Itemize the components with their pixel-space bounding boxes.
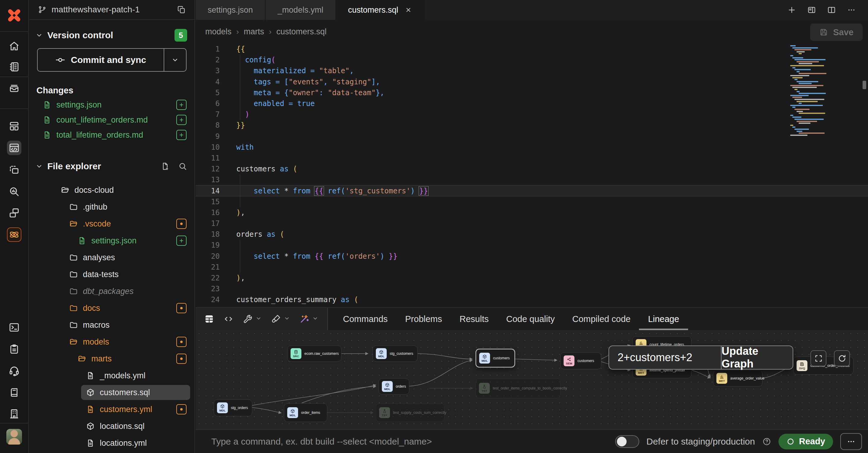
build-tools-icon[interactable] bbox=[243, 314, 262, 324]
dbt-logo-icon[interactable] bbox=[6, 7, 22, 24]
tree-item-.github[interactable]: .github bbox=[29, 198, 194, 215]
inbox-icon[interactable] bbox=[7, 81, 22, 95]
defer-toggle[interactable] bbox=[615, 435, 639, 448]
data-explorer-icon[interactable] bbox=[7, 184, 22, 199]
code-line-24[interactable]: 24customer_orders_summary as ( bbox=[195, 294, 868, 305]
copy-icon[interactable] bbox=[177, 5, 186, 14]
tree-item-models[interactable]: models bbox=[29, 333, 194, 350]
changed-file-row[interactable]: total_lifetime_orders.md+ bbox=[29, 127, 194, 142]
code-line-13[interactable]: 13 bbox=[195, 174, 868, 185]
format-tools-icon[interactable] bbox=[271, 314, 290, 324]
code-line-2[interactable]: 2 config( bbox=[195, 55, 868, 65]
panel-tab-commands[interactable]: Commands bbox=[343, 308, 388, 330]
code-line-16[interactable]: 16), bbox=[195, 207, 868, 218]
panel-tab-problems[interactable]: Problems bbox=[405, 308, 442, 330]
home-icon[interactable] bbox=[7, 39, 22, 53]
tree-item-docs[interactable]: docs bbox=[29, 300, 194, 317]
code-line-4[interactable]: 4 tags = ["events", "staging"], bbox=[195, 76, 868, 87]
changed-file-row[interactable]: count_lifetime_orders.md+ bbox=[29, 112, 194, 127]
panel-tab-results[interactable]: Results bbox=[460, 308, 489, 330]
ai-tools-icon[interactable] bbox=[299, 314, 318, 324]
code-view-icon[interactable] bbox=[223, 314, 234, 324]
breadcrumb-item[interactable]: models bbox=[205, 27, 231, 36]
tab-_models.yml[interactable]: _models.yml bbox=[266, 0, 336, 20]
lineage-node-orders[interactable]: MDLorders bbox=[378, 378, 409, 395]
tree-item-macros[interactable]: macros bbox=[29, 317, 194, 333]
changed-file-row[interactable]: settings.json+ bbox=[29, 97, 194, 112]
organization-icon[interactable] bbox=[7, 407, 22, 421]
code-line-15[interactable]: 15 bbox=[195, 196, 868, 207]
tree-item-data-tests[interactable]: data-tests bbox=[29, 266, 194, 283]
code-line-9[interactable]: 9 bbox=[195, 131, 868, 142]
code-line-1[interactable]: 1{{ bbox=[195, 44, 868, 55]
version-control-header[interactable]: Version control 5 bbox=[29, 29, 194, 41]
code-line-3[interactable]: 3 materialized = "table", bbox=[195, 65, 868, 76]
code-line-10[interactable]: 10with bbox=[195, 142, 868, 153]
fullscreen-button[interactable] bbox=[810, 350, 827, 366]
select-frame-icon[interactable] bbox=[7, 163, 22, 177]
tree-item-_models.yml[interactable]: _models.yml bbox=[29, 367, 194, 384]
stage-file-button[interactable]: + bbox=[176, 115, 187, 125]
lineage-node-order_items[interactable]: MDLorder_items bbox=[284, 403, 327, 422]
status-badge[interactable]: Ready bbox=[778, 434, 833, 449]
tree-item-locations.sql[interactable]: locations.sql bbox=[29, 418, 194, 434]
file-explorer-header[interactable]: File explorer bbox=[29, 161, 194, 171]
open-editors-icon[interactable] bbox=[807, 5, 816, 14]
refresh-button[interactable] bbox=[834, 350, 850, 366]
preview-table-icon[interactable] bbox=[204, 314, 214, 324]
code-editor[interactable]: 1{{2 config(3 materialized = "table",4 t… bbox=[195, 44, 868, 307]
code-line-5[interactable]: 5 meta = {"owner": "data-team"}, bbox=[195, 87, 868, 98]
windows-icon[interactable] bbox=[7, 206, 22, 220]
more-actions-icon[interactable] bbox=[847, 5, 856, 14]
tree-item-.vscode[interactable]: .vscode bbox=[29, 215, 194, 232]
tree-item-dbt_packages[interactable]: dbt_packages bbox=[29, 283, 194, 300]
tree-item-docs-cloud[interactable]: docs-cloud bbox=[29, 182, 194, 198]
code-line-21[interactable]: 21 bbox=[195, 262, 868, 272]
breadcrumb-item[interactable]: customers.sql bbox=[276, 27, 327, 36]
profile-icon[interactable] bbox=[6, 429, 22, 445]
code-line-6[interactable]: 6 enabled = true bbox=[195, 98, 868, 109]
lineage-canvas[interactable]: SRCecom.raw_customersMDLstg_customersMDL… bbox=[195, 330, 868, 429]
close-icon[interactable] bbox=[405, 6, 412, 13]
code-line-11[interactable]: 11 bbox=[195, 153, 868, 164]
commit-and-sync-button[interactable]: Commit and sync bbox=[37, 48, 187, 72]
tree-item-settings.json[interactable]: settings.json+ bbox=[29, 232, 194, 249]
editor-scrollbar[interactable] bbox=[863, 45, 866, 304]
lineage-selector-input[interactable]: 2+customers+2 bbox=[609, 346, 721, 369]
lineage-node-ecom.raw_customers[interactable]: SRCecom.raw_customers bbox=[287, 346, 341, 362]
tree-item-customers.sql[interactable]: customers.sql bbox=[29, 384, 194, 401]
tab-settings.json[interactable]: settings.json bbox=[195, 0, 266, 20]
stage-file-button[interactable]: + bbox=[176, 130, 187, 140]
tree-item-locations.yml[interactable]: locations.yml bbox=[29, 434, 194, 452]
new-file-icon[interactable] bbox=[161, 162, 170, 171]
lineage-node-average_order_value[interactable]: METaverage_order_value bbox=[713, 370, 763, 386]
panel-tab-compiled-code[interactable]: Compiled code bbox=[572, 308, 630, 330]
apps-icon[interactable] bbox=[7, 119, 22, 133]
code-line-19[interactable]: 19 bbox=[195, 240, 868, 251]
breadcrumb-item[interactable]: marts bbox=[244, 27, 264, 36]
tree-item-marts[interactable]: marts bbox=[29, 350, 194, 367]
tasks-icon[interactable] bbox=[7, 342, 22, 356]
update-graph-button[interactable]: Update Graph bbox=[721, 346, 793, 369]
notebook-icon[interactable] bbox=[7, 60, 22, 74]
split-editor-icon[interactable] bbox=[827, 5, 836, 14]
minimap[interactable] bbox=[789, 45, 834, 136]
terminal-icon[interactable] bbox=[7, 320, 22, 335]
new-tab-icon[interactable] bbox=[787, 5, 796, 14]
panel-tab-code-quality[interactable]: Code quality bbox=[506, 308, 555, 330]
code-line-17[interactable]: 17 bbox=[195, 218, 868, 229]
code-line-14[interactable]: 14 select * from {{ ref('stg_customers')… bbox=[195, 185, 868, 196]
tab-customers.sql[interactable]: customers.sql bbox=[336, 0, 425, 20]
command-input[interactable] bbox=[211, 436, 615, 447]
tree-item-customers.yml[interactable]: customers.yml bbox=[29, 401, 194, 418]
lineage-node-customers[interactable]: MDLcustomers bbox=[475, 349, 515, 367]
save-button[interactable]: Save bbox=[810, 24, 863, 41]
lineage-node-stg_orders[interactable]: MDLstg_orders bbox=[214, 399, 252, 416]
lineage-node-customers[interactable]: SEMcustomers bbox=[560, 352, 601, 369]
code-line-18[interactable]: 18orders as ( bbox=[195, 229, 868, 240]
help-icon[interactable] bbox=[762, 437, 771, 446]
docs-icon[interactable] bbox=[7, 385, 22, 400]
code-line-7[interactable]: 7 ) bbox=[195, 109, 868, 120]
stage-file-button[interactable]: + bbox=[176, 100, 187, 110]
code-line-23[interactable]: 23 bbox=[195, 284, 868, 294]
